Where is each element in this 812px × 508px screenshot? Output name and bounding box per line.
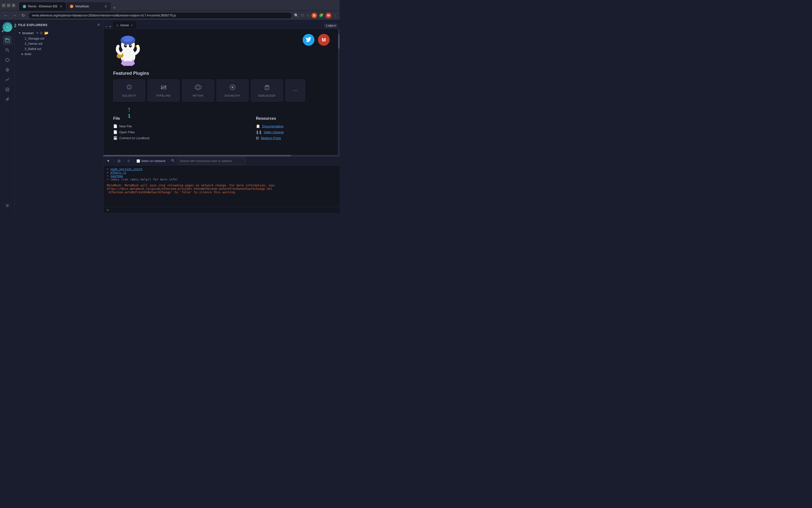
swarm-link[interactable]: swarmgw xyxy=(110,174,123,178)
plugin-card-pipeline[interactable]: PIPELINE xyxy=(148,79,180,101)
plugin-card-debugger[interactable]: DEBUGGER xyxy=(251,79,283,101)
twitter-button[interactable] xyxy=(303,34,314,46)
sidebar-item-analytics[interactable] xyxy=(3,75,12,84)
svg-point-4 xyxy=(6,48,8,51)
sidebar-item-deploy[interactable] xyxy=(3,66,12,74)
file-item-ballot[interactable]: 3_Ballot.sol xyxy=(15,46,103,51)
close-button[interactable]: ✕ xyxy=(12,4,15,7)
sidebar-item-plugins[interactable] xyxy=(3,95,12,104)
plugin-card-solidity[interactable]: SOLIDITY xyxy=(113,79,145,101)
menu-icon[interactable]: ⋮ xyxy=(334,13,337,18)
file-action-open[interactable]: 📄 Open Files xyxy=(113,129,246,135)
sidebar-item-checklist[interactable] xyxy=(3,85,12,94)
brave-icon[interactable]: B xyxy=(311,13,317,18)
terminal-command-input[interactable] xyxy=(111,208,336,212)
vertical-scrollbar[interactable] xyxy=(338,29,340,156)
plugin-card-sourcify[interactable]: SOURCIFY xyxy=(217,79,248,101)
github-icon[interactable]: ⊙ xyxy=(40,31,43,35)
plugin-name-pipeline: PIPELINE xyxy=(156,94,171,97)
tab-home[interactable]: ⌂ Home × xyxy=(113,22,136,29)
sidebar-item-file-explorer[interactable] xyxy=(3,36,12,45)
plugin-name-debugger: DEBUGGER xyxy=(258,94,276,97)
address-bar-row: ← → ↻ 🔍 🛡 ☆ B 🧩 M ⋮ xyxy=(0,11,340,20)
terminal-search-input[interactable] xyxy=(177,158,246,165)
svg-line-5 xyxy=(8,51,9,52)
sidebar-item-solidity[interactable] xyxy=(3,55,12,65)
address-input[interactable] xyxy=(28,12,292,19)
extension-icon[interactable]: 🧩 xyxy=(319,13,323,18)
new-file-button[interactable]: + xyxy=(36,31,38,35)
more-dots-icon: ··· xyxy=(293,87,298,94)
terminal-stop-button[interactable]: ⊘ xyxy=(117,159,121,163)
profile-avatar[interactable]: M xyxy=(325,12,332,18)
file-action-localhost[interactable]: 💾 Connect to Localhost xyxy=(113,135,246,141)
listen-checkbox[interactable]: listen on network xyxy=(137,159,166,163)
minimize-button[interactable]: ─ xyxy=(2,4,5,7)
sidebar-item-search[interactable] xyxy=(3,46,12,54)
resource-link-medium[interactable]: M Medium Posts xyxy=(256,135,330,141)
tab-right-area: 1 tabs ▾ xyxy=(324,24,338,29)
svg-point-14 xyxy=(124,44,127,47)
horizontal-scrollbar[interactable] xyxy=(103,155,338,156)
terminal-input-row: > xyxy=(103,207,340,213)
terminal-line-ethers: • ethers.js xyxy=(107,171,336,174)
annotation-1-arrow: ↑ xyxy=(127,106,131,113)
medium-resource-icon: M xyxy=(256,136,259,140)
star-icon[interactable]: ☆ xyxy=(306,13,310,18)
file-explorer-icon xyxy=(5,38,10,43)
main-layout: 2 ↙ xyxy=(0,20,340,213)
file-explorer-list-icon[interactable]: ≡ xyxy=(98,23,100,27)
file-action-new[interactable]: 📄 New File xyxy=(113,123,246,129)
remix-logo[interactable] xyxy=(2,22,12,32)
svg-point-16 xyxy=(125,45,126,46)
file-resources-section: File 📄 New File 📄 Open Files 💾 Connect t… xyxy=(113,116,330,141)
new-tab-button[interactable]: + xyxy=(111,5,118,10)
ethers-link[interactable]: ethers.js xyxy=(110,171,126,174)
file-item-storage[interactable]: 1_Storage.sol xyxy=(15,36,103,41)
tab-home-close[interactable]: × xyxy=(131,24,133,27)
listen-checkbox-input[interactable] xyxy=(137,159,140,163)
back-button[interactable]: ← xyxy=(2,13,9,18)
svg-point-25 xyxy=(165,86,166,87)
plugin-card-mythx[interactable]: MYTHX xyxy=(182,79,214,101)
open-files-icon: 📄 xyxy=(113,130,117,134)
browser-tab-metamask[interactable]: M MetaMask ✕ xyxy=(67,2,111,10)
svg-rect-3 xyxy=(5,39,9,42)
terminal-search-icon[interactable] xyxy=(171,159,175,164)
plugin-card-more[interactable]: ··· xyxy=(285,79,305,101)
search-icon-svg xyxy=(171,159,175,163)
listen-label: listen on network xyxy=(142,159,166,163)
browser-row[interactable]: ▼ browser + ⊙ 📂 xyxy=(15,30,103,36)
tabs-count[interactable]: 1 tabs ▾ xyxy=(324,24,338,28)
zoom-out-button[interactable]: − xyxy=(105,24,108,29)
zoom-in-button[interactable]: + xyxy=(109,24,111,29)
resource-link-gitter[interactable]: ❚❚ Gitter channel xyxy=(256,129,330,135)
svg-point-17 xyxy=(130,45,131,46)
terminal-collapse-button[interactable]: ▼ xyxy=(106,159,110,163)
sourcify-icon-svg xyxy=(229,84,236,91)
analytics-sidebar-icon xyxy=(5,78,10,82)
settings-button[interactable] xyxy=(3,201,12,210)
featured-plugins-section: Featured Plugins SOL xyxy=(113,71,330,101)
browser-tab-remix[interactable]: R Remix - Ethereum IDE ✕ xyxy=(19,2,66,10)
terminal: ▼ ⊘ 0 listen on network xyxy=(103,156,340,213)
medium-button[interactable]: M xyxy=(318,34,330,46)
file-item-owner[interactable]: 2_Owner.sol xyxy=(15,41,103,46)
forward-button[interactable]: → xyxy=(11,13,18,18)
resource-link-docs[interactable]: 📋 Documentation xyxy=(256,123,330,129)
reload-button[interactable]: ↻ xyxy=(20,12,26,18)
maximize-button[interactable]: □ xyxy=(7,4,10,7)
folder-icon[interactable]: 📂 xyxy=(44,31,48,35)
browser-tab-metamask-close[interactable]: ✕ xyxy=(104,4,107,8)
browser-chrome: ─ □ ✕ R Remix - Ethereum IDE ✕ M MetaMas… xyxy=(0,0,340,11)
zoom-icon[interactable]: 🔍 xyxy=(294,13,299,18)
h-scroll-thumb xyxy=(103,155,291,156)
terminal-spacer xyxy=(107,181,336,184)
plugin-name-mythx: MYTHX xyxy=(193,94,203,97)
shield-icon[interactable]: 🛡 xyxy=(301,13,304,17)
tests-folder-row[interactable]: ▶ tests xyxy=(15,51,103,56)
twitter-icon xyxy=(306,37,311,43)
node-version-link[interactable]: node_version_store xyxy=(110,167,142,171)
browser-tab-remix-close[interactable]: ✕ xyxy=(60,4,63,8)
chevron-right-icon: ▶ xyxy=(22,53,24,55)
